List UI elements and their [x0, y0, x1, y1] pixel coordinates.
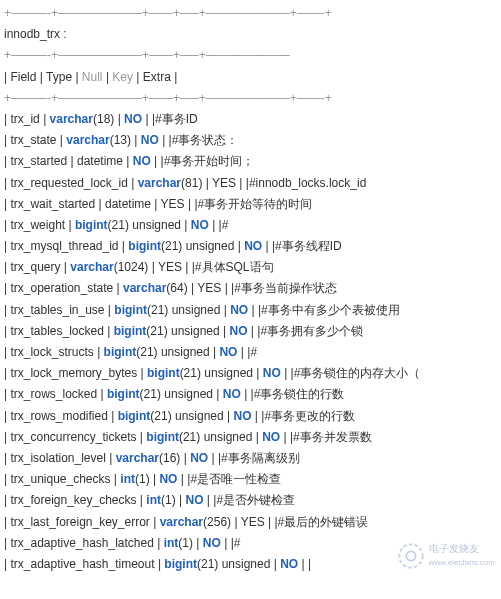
field-comment: #事务线程ID [275, 239, 342, 253]
field-null: YES [158, 260, 182, 274]
table-row: | trx_isolation_level | varchar(16) | NO… [4, 449, 497, 468]
field-null: NO [141, 133, 159, 147]
field-type: varchar(16) [116, 451, 181, 465]
field-comment: #事务锁住的行数 [254, 387, 345, 401]
field-type: varchar(13) [66, 133, 131, 147]
field-comment: #事务锁住的内存大小（ [294, 366, 421, 380]
table-name: innodb_trx : [4, 25, 497, 44]
field-comment: # [250, 345, 257, 359]
field-null: NO [124, 112, 142, 126]
table-row: | trx_query | varchar(1024) | YES | |#具体… [4, 258, 497, 277]
table-row: | trx_last_foreign_key_error | varchar(2… [4, 513, 497, 532]
header-row: | Field | Type | Null | Key | Extra | [4, 68, 497, 87]
field-type: bigint(21) unsigned [146, 430, 252, 444]
field-comment: #事务开始等待的时间 [198, 197, 313, 211]
field-comment: #事务ID [155, 112, 198, 126]
field-comment: # [234, 536, 241, 550]
header-type: Type [46, 70, 72, 84]
field-type: bigint(21) unsigned [118, 409, 224, 423]
field-name: trx_id [10, 112, 39, 126]
field-null: NO [233, 409, 251, 423]
table-row: | trx_state | varchar(13) | NO | |#事务状态： [4, 131, 497, 150]
field-comment: #是否唯一性检查 [190, 472, 281, 486]
table-row: | trx_tables_in_use | bigint(21) unsigne… [4, 301, 497, 320]
table-row: | trx_operation_state | varchar(64) | YE… [4, 279, 497, 298]
field-comment: #事务隔离级别 [221, 451, 300, 465]
field-name: trx_started [10, 154, 67, 168]
field-name: trx_tables_locked [10, 324, 103, 338]
field-null: NO [191, 218, 209, 232]
watermark-sub: www.elecfans.com [429, 557, 495, 570]
field-type: int(1) [146, 493, 175, 507]
field-comment: #事务更改的行数 [264, 409, 355, 423]
table-row: | trx_mysql_thread_id | bigint(21) unsig… [4, 237, 497, 256]
table-row: | trx_weight | bigint(21) unsigned | NO … [4, 216, 497, 235]
field-name: trx_adaptive_hash_latched [10, 536, 153, 550]
field-null: NO [203, 536, 221, 550]
field-name: trx_operation_state [10, 281, 113, 295]
field-null: NO [159, 472, 177, 486]
field-null: NO [185, 493, 203, 507]
field-null: YES [197, 281, 221, 295]
table-row: | trx_foreign_key_checks | int(1) | NO |… [4, 491, 497, 510]
field-null: NO [280, 557, 298, 571]
field-name: trx_rows_modified [10, 409, 107, 423]
table-row: | trx_wait_started | datetime | YES | |#… [4, 195, 497, 214]
field-type: bigint(21) unsigned [114, 303, 220, 317]
divider-3: +———-+———————+——+—–+———————+——-+ [4, 89, 497, 108]
header-null: Null [82, 70, 103, 84]
field-name: trx_last_foreign_key_error [10, 515, 149, 529]
table-row: | trx_lock_memory_bytes | bigint(21) uns… [4, 364, 497, 383]
field-type: bigint(21) unsigned [164, 557, 270, 571]
watermark-text: 电子发烧友 [429, 541, 495, 557]
field-comment: #事务开始时间； [164, 154, 255, 168]
table-row: | trx_unique_checks | int(1) | NO | |#是否… [4, 470, 497, 489]
field-comment: #事务拥有多少个锁 [260, 324, 363, 338]
field-name: trx_wait_started [10, 197, 95, 211]
field-name: trx_lock_memory_bytes [10, 366, 137, 380]
field-name: trx_unique_checks [10, 472, 110, 486]
field-comment: #innodb_locks.lock_id [249, 176, 366, 190]
field-name: trx_tables_in_use [10, 303, 104, 317]
field-type: int(1) [164, 536, 193, 550]
table-row: | trx_rows_modified | bigint(21) unsigne… [4, 407, 497, 426]
table-row: | trx_rows_locked | bigint(21) unsigned … [4, 385, 497, 404]
field-type: bigint(21) unsigned [107, 387, 213, 401]
field-name: trx_adaptive_hash_timeout [10, 557, 154, 571]
field-type: bigint(21) unsigned [104, 345, 210, 359]
field-null: NO [133, 154, 151, 168]
divider-2: +———-+———————+——+—–+——————— [4, 46, 497, 65]
logo-icon [397, 542, 425, 570]
header-field: Field [10, 70, 36, 84]
field-type: varchar(81) [138, 176, 203, 190]
field-type: varchar(64) [123, 281, 188, 295]
field-name: trx_rows_locked [10, 387, 97, 401]
field-name: trx_query [10, 260, 60, 274]
field-null: NO [190, 451, 208, 465]
table-row: | trx_requested_lock_id | varchar(81) | … [4, 174, 497, 193]
field-null: NO [244, 239, 262, 253]
field-name: trx_mysql_thread_id [10, 239, 118, 253]
svg-point-0 [399, 544, 422, 567]
field-type: bigint(21) unsigned [147, 366, 253, 380]
field-type: bigint(21) unsigned [128, 239, 234, 253]
field-comment: #是否外键检查 [216, 493, 295, 507]
field-null: NO [223, 387, 241, 401]
field-type: bigint(21) unsigned [75, 218, 181, 232]
field-comment: #事务当前操作状态 [234, 281, 337, 295]
field-comment: #具体SQL语句 [195, 260, 274, 274]
field-name: trx_state [10, 133, 56, 147]
divider-top: +———-+———————+——+—–+———————+——-+ [4, 4, 497, 23]
field-type: int(1) [120, 472, 149, 486]
field-null: NO [230, 303, 248, 317]
field-null: YES [241, 515, 265, 529]
field-null: NO [219, 345, 237, 359]
table-row: | trx_concurrency_tickets | bigint(21) u… [4, 428, 497, 447]
field-name: trx_isolation_level [10, 451, 105, 465]
field-comment: #事务状态： [172, 133, 239, 147]
field-name: trx_requested_lock_id [10, 176, 127, 190]
field-type: datetime [105, 197, 151, 211]
table-row: | trx_lock_structs | bigint(21) unsigned… [4, 343, 497, 362]
table-row: | trx_id | varchar(18) | NO | |#事务ID [4, 110, 497, 129]
field-type: varchar(18) [50, 112, 115, 126]
